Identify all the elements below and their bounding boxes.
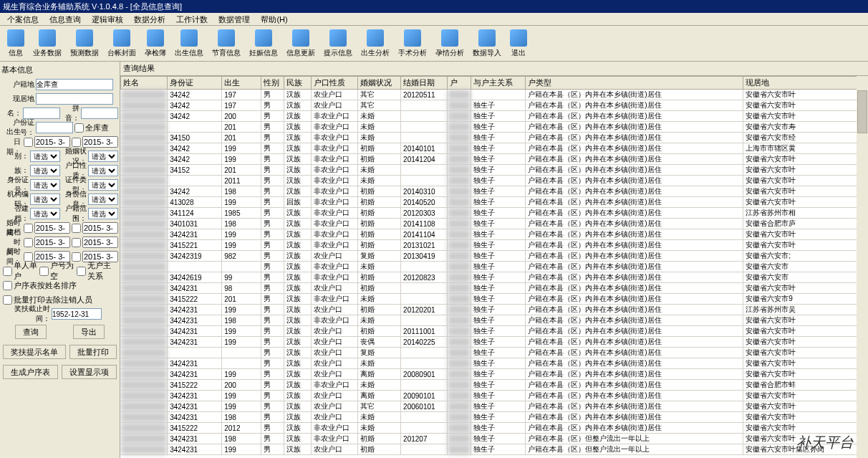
tool-11[interactable]: 手术分析: [398, 29, 427, 58]
table-row[interactable]: 3415222200男汉族非农业户口未婚独生子户籍在本县（区）内并在本乡镇(街道…: [121, 380, 868, 391]
table-row[interactable]: 3415222201男汉族非农业户口未婚独生子户籍在本县（区）内并在本乡镇(街道…: [121, 294, 868, 305]
table-row[interactable]: 3424231199男汉族农业户口离婚20080901独生子户籍在本县（区）内并…: [121, 369, 868, 380]
piliang-button[interactable]: 批量打印: [69, 345, 117, 359]
shengcheng-button[interactable]: 生成户序表: [3, 365, 58, 379]
table-row[interactable]: 34242197男汉族农业户口其它20120511户籍在本县（区）内并在本乡镇(…: [121, 90, 868, 100]
zjlx-select[interactable]: 请选: [88, 179, 118, 191]
wuzhug-chk[interactable]: [77, 267, 86, 276]
col-header[interactable]: 与户主关系: [471, 77, 525, 90]
sex-select[interactable]: 请选: [30, 151, 60, 162]
tool-1[interactable]: 业务数据: [33, 29, 62, 58]
table-row[interactable]: 413028199男回族非农业户口初婚20140520独生子户籍在本县（区）内并…: [121, 197, 868, 208]
table-row[interactable]: 34242197男汉族农业户口其它独生子户籍在本县（区）内并在本乡镇(街道)居住…: [121, 100, 868, 111]
table-row[interactable]: 3415221199男汉族非农业户口初婚20131021独生子户籍在本县（区）内…: [121, 240, 868, 251]
hjfw-select[interactable]: 请选: [88, 208, 118, 219]
menu-work[interactable]: 工作计数: [172, 13, 212, 27]
hy-chk1[interactable]: [24, 224, 33, 233]
jiangfu-button[interactable]: 奖扶提示名单: [3, 345, 66, 359]
pinyin-input[interactable]: [81, 108, 118, 119]
jiezhi-input[interactable]: [52, 308, 102, 320]
tool-13[interactable]: 数据导入: [473, 29, 501, 58]
vertical-scrollbar[interactable]: [857, 76, 868, 458]
tool-3[interactable]: 台帐封面: [107, 29, 136, 58]
tool-5[interactable]: 出生信息: [175, 29, 203, 58]
table-row[interactable]: 2011男汉族非农业户口未婚独生子户籍在本县（区）内并在本乡镇(街道)居住安徽省…: [121, 176, 868, 186]
tool-7[interactable]: 妊娠信息: [249, 29, 278, 58]
menu-data[interactable]: 数据管理: [214, 13, 254, 27]
table-row[interactable]: 3424231男汉族农业户口未婚独生子户籍在本县（区）内并在本乡镇(街道)居住安…: [121, 358, 868, 369]
table-row[interactable]: 男汉族非农业户口未婚独生子户籍在本县（区）内并在本乡镇(街道)居住安徽省六安市: [121, 262, 868, 272]
shenfen-select[interactable]: 请选: [88, 194, 118, 205]
tool-2[interactable]: 预测数据: [70, 29, 99, 58]
quanku-checkbox[interactable]: [74, 123, 84, 133]
danren-chk[interactable]: [3, 267, 12, 276]
menu-help[interactable]: 帮助(H): [256, 13, 291, 27]
huji-input[interactable]: [36, 79, 113, 90]
hy-to[interactable]: [82, 222, 118, 234]
table-row[interactable]: 34242199男汉族非农业户口初婚20141204独生子户籍在本县（区）内并在…: [121, 154, 868, 165]
col-header[interactable]: 身份证: [168, 77, 222, 90]
table-row[interactable]: 3424231198男汉族非农业户口初婚201207独生子户籍在本县（区）但整户…: [121, 434, 868, 444]
table-row[interactable]: 3424231198男汉族非农业户口未婚独生子户籍在本县（区）内并在本乡镇(街道…: [121, 315, 868, 326]
tool-12[interactable]: 孕情分析: [435, 29, 464, 58]
query-button[interactable]: 查询: [15, 325, 47, 339]
col-header[interactable]: 性别: [261, 77, 284, 90]
jd-from[interactable]: [34, 237, 70, 248]
huxu-chk[interactable]: [3, 281, 12, 290]
jifou-select[interactable]: 请选: [30, 208, 60, 219]
table-row[interactable]: 3424231199男汉族农业户口初婚独生子户籍在本县（区）但整户流出一年以上安…: [121, 444, 868, 455]
col-header[interactable]: 户类型: [525, 77, 743, 90]
table-row[interactable]: 34242199男汉族非农业户口初婚20140101独生子户籍在本县（区）内并在…: [121, 143, 868, 154]
tool-6[interactable]: 节育信息: [212, 29, 241, 58]
scrollbar-thumb[interactable]: [857, 90, 867, 133]
table-row[interactable]: 男汉族农业户口复婚独生子户籍在本县（区）内并在本乡镇(街道)居住安徽省六安市叶: [121, 348, 868, 358]
hy-from[interactable]: [34, 222, 70, 234]
table-row[interactable]: 3424231199男汉族农业户口初婚20120201独生子户籍在本县（区）内并…: [121, 305, 868, 315]
hunyin-select[interactable]: 请选: [88, 151, 118, 162]
jigou-select[interactable]: 请选: [30, 194, 60, 205]
table-row[interactable]: 3424261999男汉族非农业户口初婚20120823独生子户籍在本县（区）内…: [121, 272, 868, 283]
table-row[interactable]: 3424231198男汉族农业户口未婚独生子户籍在本县（区）内并在本乡镇(街道)…: [121, 412, 868, 423]
tool-4[interactable]: 孕检簿: [145, 29, 166, 58]
col-header[interactable]: 民族: [284, 77, 312, 90]
tool-10[interactable]: 出生分析: [361, 29, 390, 58]
minzu-select[interactable]: 请选: [30, 165, 60, 176]
col-header[interactable]: 户口性质: [312, 77, 358, 90]
col-header[interactable]: 结婚日期: [401, 77, 448, 90]
tool-9[interactable]: 提示信息: [324, 29, 352, 58]
table-row[interactable]: 3411241985男汉族非农业户口初婚20120303独生子户籍在本县（区）内…: [121, 208, 868, 219]
col-header[interactable]: 姓名: [121, 77, 168, 90]
idtype-select[interactable]: 请选: [30, 179, 60, 191]
hy-chk2[interactable]: [72, 224, 81, 233]
table-row[interactable]: 3401031198男汉族非农业户口初婚20141108独生子户籍在本县（区）内…: [121, 219, 868, 229]
col-header[interactable]: 婚姻状况: [358, 77, 401, 90]
table-row[interactable]: 201男汉族非农业户口未婚独生子户籍在本县（区）内并在本乡镇(街道)居住安徽省六…: [121, 122, 868, 133]
table-row[interactable]: 3424231199男汉族农业户口初婚20111001独生子户籍在本县（区）内并…: [121, 326, 868, 337]
menu-analysis[interactable]: 数据分析: [130, 13, 170, 27]
huhao-chk[interactable]: [39, 267, 49, 276]
table-row[interactable]: 34152201男汉族非农业户口未婚独生子户籍在本县（区）内并在本乡镇(街道)居…: [121, 165, 868, 176]
table-row[interactable]: 342423198男汉族农业户口初婚独生子户籍在本县（区）内并在本乡镇(街道)居…: [121, 283, 868, 294]
table-row[interactable]: 3424231199男汉族农业户口离婚20090101独生子户籍在本县（区）内并…: [121, 391, 868, 401]
table-row[interactable]: 34242200男汉族非农业户口未婚独生子户籍在本县（区）内并在本乡镇(街道)居…: [121, 111, 868, 122]
menu-logic[interactable]: 逻辑审核: [87, 13, 127, 27]
menu-query[interactable]: 信息查询: [45, 13, 85, 27]
table-row[interactable]: 34242319982男汉族农业户口复婚20130419独生子户籍在本县（区）内…: [121, 251, 868, 262]
col-header[interactable]: 现居地: [743, 77, 868, 90]
idno-input[interactable]: [36, 122, 73, 133]
export-button[interactable]: 导出: [73, 325, 105, 339]
jd-chk1[interactable]: [24, 238, 33, 247]
grid-wrap[interactable]: 姓名身份证出生性别民族户口性质婚姻状况结婚日期户与户主关系户类型现居地 3424…: [120, 76, 868, 458]
piliang-del-chk[interactable]: [3, 295, 12, 305]
birth-chk1[interactable]: [24, 138, 33, 147]
shezhi-button[interactable]: 设置显示项: [62, 365, 117, 379]
jd-to[interactable]: [82, 237, 118, 248]
jd-chk2[interactable]: [72, 238, 81, 247]
col-header[interactable]: 户: [448, 77, 471, 90]
menu-case[interactable]: 个案信息: [3, 13, 43, 27]
table-row[interactable]: 3424231199男汉族农业户口其它20060101独生子户籍在本县（区）内并…: [121, 401, 868, 412]
table-row[interactable]: 3424231199男汉族农业户口丧偶20140225独生子户籍在本县（区）内并…: [121, 337, 868, 348]
table-row[interactable]: 34242198男汉族非农业户口初婚20140310独生子户籍在本县（区）内并在…: [121, 186, 868, 197]
tool-0[interactable]: 信息: [7, 29, 24, 58]
tool-8[interactable]: 信息更新: [286, 29, 315, 58]
